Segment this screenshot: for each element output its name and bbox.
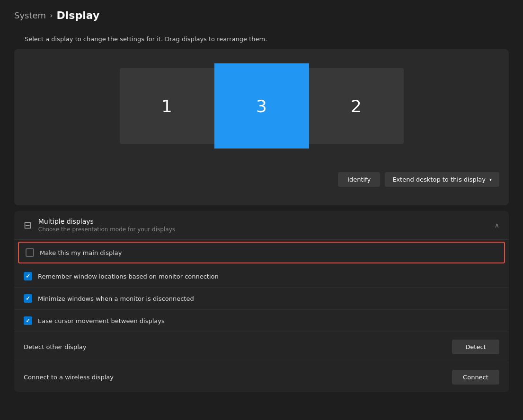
extend-button[interactable]: Extend desktop to this display ▾: [385, 172, 499, 187]
make-main-label: Make this my main display: [40, 249, 122, 256]
minimize-windows-label: Minimize windows when a monitor is disco…: [38, 295, 194, 302]
breadcrumb: System › Display: [0, 0, 523, 26]
breadcrumb-system[interactable]: System: [14, 10, 46, 20]
ease-cursor-label: Ease cursor movement between displays: [38, 317, 165, 324]
section-title: Multiple displays: [38, 218, 175, 225]
main-content: Select a display to change the settings …: [0, 26, 523, 402]
monitors-container: 1 3 2: [24, 59, 499, 153]
chevron-down-icon: ▾: [489, 177, 492, 182]
section-header-left: ⊟ Multiple displays Choose the presentat…: [24, 218, 175, 233]
detect-display-label: Detect other display: [24, 343, 86, 350]
remember-window-label: Remember window locations based on monit…: [38, 273, 219, 280]
minimize-windows-row: Minimize windows when a monitor is disco…: [14, 288, 509, 310]
section-subtitle: Choose the presentation mode for your di…: [38, 226, 175, 233]
minimize-windows-checkbox[interactable]: [24, 294, 32, 303]
detect-display-row: Detect other display Detect: [14, 332, 509, 362]
remember-window-row: Remember window locations based on monit…: [14, 265, 509, 288]
monitor-1[interactable]: 1: [120, 68, 214, 144]
connect-button[interactable]: Connect: [452, 370, 499, 385]
ease-cursor-checkbox[interactable]: [24, 316, 32, 325]
monitor-2-number: 2: [351, 96, 362, 116]
remember-window-checkbox[interactable]: [24, 272, 32, 280]
instruction-text: Select a display to change the settings …: [14, 35, 509, 43]
display-area: 1 3 2 Identify Extend desktop to this di…: [14, 49, 509, 205]
monitor-icon: ⊟: [24, 219, 32, 231]
monitor-3[interactable]: 3: [214, 63, 309, 149]
section-header: ⊟ Multiple displays Choose the presentat…: [14, 211, 509, 240]
display-controls: Identify Extend desktop to this display …: [24, 167, 499, 187]
chevron-up-icon[interactable]: ∧: [495, 221, 499, 229]
page-title: Display: [57, 9, 100, 21]
breadcrumb-arrow: ›: [50, 11, 53, 20]
make-main-checkbox[interactable]: [26, 248, 34, 257]
monitor-2[interactable]: 2: [309, 68, 404, 144]
connect-wireless-label: Connect to a wireless display: [24, 374, 114, 381]
extend-button-label: Extend desktop to this display: [392, 176, 486, 183]
make-main-display-row: Make this my main display: [18, 242, 505, 263]
monitor-1-number: 1: [161, 96, 172, 116]
identify-button[interactable]: Identify: [338, 172, 380, 187]
section-header-text: Multiple displays Choose the presentatio…: [38, 218, 175, 233]
detect-button[interactable]: Detect: [452, 340, 499, 354]
ease-cursor-row: Ease cursor movement between displays: [14, 310, 509, 332]
connect-wireless-row: Connect to a wireless display Connect: [14, 362, 509, 392]
multiple-displays-section: ⊟ Multiple displays Choose the presentat…: [14, 211, 509, 392]
monitor-3-number: 3: [256, 96, 267, 116]
